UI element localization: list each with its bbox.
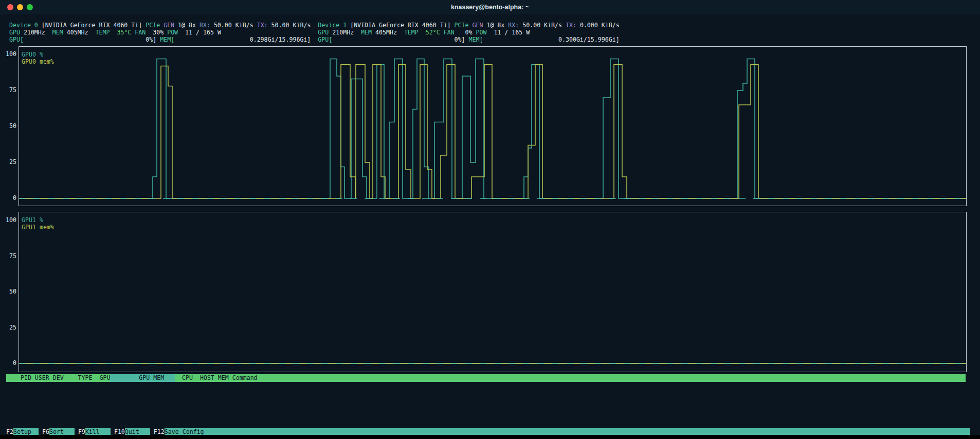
legend-entry: GPU0 mem% xyxy=(22,58,54,65)
y-axis-label: 50 xyxy=(0,288,16,295)
y-axis-label: 25 xyxy=(0,324,16,331)
utilization-plot xyxy=(19,212,966,371)
gpu0-utilization-chart: GPU0 %GPU0 mem% xyxy=(19,46,967,206)
chart-legend: GPU1 %GPU1 mem% xyxy=(22,216,54,231)
fkey-action-setup[interactable]: Setup xyxy=(13,428,39,435)
terminal-text-span: GPU xyxy=(9,29,24,36)
terminal-text-span: GEN xyxy=(472,22,486,29)
window-title: knassery@bento-alpha: ~ xyxy=(0,0,980,14)
terminal-text-span: POW xyxy=(167,29,185,36)
terminal-text-span: 0.298Gi/15.996Gi xyxy=(174,36,307,43)
terminal-text-span: 210MHz xyxy=(332,29,361,36)
fkey-f10: F10 xyxy=(114,428,125,435)
gpu1-utilization-chart: GPU1 %GPU1 mem% xyxy=(19,212,967,372)
y-axis-label: 50 xyxy=(0,122,16,130)
terminal-window: knassery@bento-alpha: ~ Device 0 [NVIDIA… xyxy=(0,0,980,439)
fkey-gap xyxy=(75,428,78,435)
legend-entry: GPU1 mem% xyxy=(22,224,54,231)
terminal-text-span: GPU[ xyxy=(318,36,332,43)
terminal-text-span: 405MHz xyxy=(375,29,404,36)
fkey-f2: F2 xyxy=(6,428,13,435)
terminal-text-span: 0% xyxy=(462,29,476,36)
fkey-f9: F9 xyxy=(78,428,85,435)
fkey-action-kill[interactable]: Kill xyxy=(85,428,111,435)
terminal-text-span: 405MHz xyxy=(67,29,96,36)
terminal-text-span: 50.00 KiB/s xyxy=(522,22,566,29)
fkey-action-save-config[interactable]: Save Config xyxy=(165,428,970,435)
terminal-text-span: RX: xyxy=(199,22,214,29)
legend-entry: GPU0 % xyxy=(22,51,54,58)
terminal-text-span xyxy=(311,36,318,43)
terminal-text-span: 1@ 8x xyxy=(178,22,199,29)
terminal-text-span: 0% xyxy=(332,36,461,43)
terminal-text-span: 11 / 165 W xyxy=(185,29,221,36)
terminal-text-span: 0.000 KiB/s xyxy=(580,22,620,29)
terminal-text-span: 52°C xyxy=(426,29,444,36)
fkey-gap xyxy=(39,428,42,435)
fkey-f6: F6 xyxy=(42,428,49,435)
fkey-action-quit[interactable]: Quit xyxy=(125,428,150,435)
terminal-text-span: 1@ 8x xyxy=(486,22,508,29)
terminal-text-span xyxy=(221,29,318,36)
terminal-text-span: MEM xyxy=(52,29,67,36)
terminal-text-span: MEM xyxy=(361,29,375,36)
device-gauges-line: GPU[ 0%] MEM[ 0.298Gi/15.996Gi] GPU[ 0%]… xyxy=(9,36,620,43)
chart-legend: GPU0 %GPU0 mem% xyxy=(22,51,54,65)
fkey-f12: F12 xyxy=(154,428,165,435)
terminal-text-span: TEMP xyxy=(404,29,426,36)
terminal-text-span: 30% xyxy=(153,29,167,36)
utilization-plot xyxy=(19,47,966,206)
fkey-gap xyxy=(111,428,114,435)
y-axis-label: 25 xyxy=(0,158,16,166)
terminal-text-span: 50.00 KiB/s xyxy=(271,22,311,29)
terminal-text-span: GEN xyxy=(164,22,178,29)
bottom-black-strip xyxy=(0,435,980,439)
terminal-text-span: 210MHz xyxy=(24,29,52,36)
y-axis-label: 75 xyxy=(0,86,16,94)
terminal-text-span: MEM[ xyxy=(468,36,483,43)
terminal-text-span: PCIe xyxy=(455,22,473,29)
legend-entry: GPU1 % xyxy=(22,216,54,224)
terminal-text-span: MEM[ xyxy=(160,36,174,43)
process-table-header[interactable]: PID USER DEV TYPE GPU GPU MEM CPU HOST M… xyxy=(6,374,966,382)
terminal-text-span xyxy=(311,22,318,29)
y-axis-label: 0 xyxy=(0,359,16,367)
fkey-gap xyxy=(150,428,154,435)
titlebar: knassery@bento-alpha: ~ xyxy=(0,0,980,14)
sort-column-highlight[interactable]: GPU MEM xyxy=(110,374,175,382)
terminal-text-span: GPU[ xyxy=(9,36,24,43)
fkey-action-sort[interactable]: Sort xyxy=(49,428,75,435)
y-axis-label: 0 xyxy=(0,194,16,202)
terminal-text-span: POW xyxy=(476,29,494,36)
function-key-bar: F2SetupF6SortF9KillF10QuitF12Save Config xyxy=(6,428,970,435)
terminal-text-span: 50.00 KiB/s xyxy=(214,22,257,29)
terminal-text-span: GPU xyxy=(318,29,332,36)
terminal-text-span: FAN xyxy=(135,29,153,36)
table-header-text[interactable]: PID USER DEV TYPE GPU xyxy=(6,374,110,382)
terminal-text-span: PCIe xyxy=(146,22,164,29)
terminal-text-span: Device 1 xyxy=(318,22,350,29)
device-info-line-2: GPU 210MHz MEM 405MHz TEMP 35°C FAN 30% … xyxy=(9,29,530,36)
terminal-text-span: Device 0 xyxy=(9,22,42,29)
terminal-text-span: TX: xyxy=(257,22,271,29)
terminal-text-span: FAN xyxy=(444,29,462,36)
terminal-text-span: [NVIDIA GeForce RTX 4060 Ti] xyxy=(350,22,454,29)
terminal-text-span: TX: xyxy=(566,22,580,29)
terminal-text-span: [NVIDIA GeForce RTX 4060 Ti] xyxy=(42,22,146,29)
terminal-text-span: ] xyxy=(462,36,469,43)
terminal-text-span: 0% xyxy=(24,36,153,43)
terminal-text-span: ] xyxy=(616,36,620,43)
terminal-text-span: TEMP xyxy=(96,29,117,36)
terminal-text-span: 0.300Gi/15.996Gi xyxy=(483,36,615,43)
y-axis-label: 75 xyxy=(0,252,16,260)
terminal-text-span: RX: xyxy=(508,22,522,29)
terminal-text-span: 11 / 165 W xyxy=(494,29,530,36)
device-info-line-1: Device 0 [NVIDIA GeForce RTX 4060 Ti] PC… xyxy=(9,22,620,29)
table-header-text[interactable]: CPU HOST MEM Command xyxy=(175,374,258,382)
y-axis-label: 100 xyxy=(0,216,16,224)
y-axis-label: 100 xyxy=(0,50,16,58)
terminal-text-span: ] xyxy=(153,36,160,43)
terminal-text-span: 35°C xyxy=(117,29,135,36)
